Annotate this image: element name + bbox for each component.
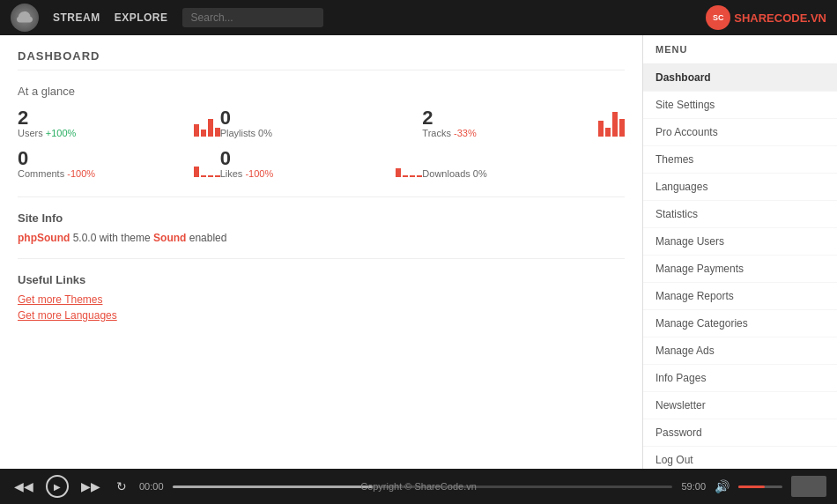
get-more-languages-link[interactable]: Get more Languages	[18, 309, 625, 322]
app-name: phpSound	[18, 232, 70, 244]
explore-nav-link[interactable]: EXPLORE	[115, 11, 168, 24]
useful-links-section: Useful Links Get more Themes Get more La…	[18, 273, 625, 322]
playlists-change: 0%	[258, 128, 272, 138]
sidebar-item-manage-ads[interactable]: Manage Ads	[643, 337, 837, 365]
downloads-label: Downloads 0%	[422, 168, 625, 179]
stream-nav-link[interactable]: STREAM	[53, 11, 100, 24]
stat-playlists: 0 Playlists 0%	[220, 108, 423, 138]
tracks-label: Tracks -33%	[422, 128, 584, 138]
downloads-count	[422, 149, 625, 168]
tracks-chart	[598, 108, 625, 137]
comments-label: Comments -100%	[18, 168, 180, 179]
users-chart	[194, 108, 220, 137]
likes-count: 0	[220, 149, 382, 168]
sidebar-item-manage-payments[interactable]: Manage Payments	[643, 256, 837, 283]
comments-count: 0	[18, 149, 180, 168]
sidebar-item-password[interactable]: Password	[643, 419, 837, 447]
menu-title: MENU	[643, 35, 837, 64]
page-title: DASHBOARD	[18, 49, 625, 70]
brand-name: SHARECODE.VN	[734, 11, 826, 25]
stat-likes: 0 Likes -100%	[220, 149, 423, 179]
users-change: +100%	[46, 128, 77, 138]
users-label: Users +100%	[18, 128, 180, 138]
sidebar-item-site-settings[interactable]: Site Settings	[643, 92, 837, 119]
downloads-change: 0%	[473, 168, 487, 179]
stat-users: 2 Users +100%	[18, 108, 220, 138]
sidebar-item-pro-accounts[interactable]: Pro Accounts	[643, 119, 837, 146]
sidebar: MENU Dashboard Site Settings Pro Account…	[643, 35, 837, 474]
brand-logo-area: SC SHARECODE.VN	[706, 5, 826, 30]
sidebar-item-themes[interactable]: Themes	[643, 146, 837, 174]
sidebar-item-languages[interactable]: Languages	[643, 174, 837, 201]
sidebar-item-manage-categories[interactable]: Manage Categories	[643, 310, 837, 337]
brand-icon: SC	[706, 5, 730, 30]
tracks-change: -33%	[454, 128, 477, 138]
likes-change: -100%	[245, 168, 273, 179]
stat-tracks: 2 Tracks -33%	[422, 108, 625, 138]
logo-icon[interactable]	[11, 4, 39, 32]
get-more-themes-link[interactable]: Get more Themes	[18, 293, 625, 306]
enabled-text: enabled	[186, 232, 226, 244]
playlists-count: 0	[220, 108, 423, 128]
version-text: 5.0.0 with theme	[70, 232, 153, 244]
playlists-label: Playlists 0%	[220, 128, 423, 138]
sidebar-item-info-pages[interactable]: Info Pages	[643, 365, 837, 392]
stat-downloads: Downloads 0%	[422, 149, 625, 179]
sidebar-item-statistics[interactable]: Statistics	[643, 201, 837, 228]
page-layout: DASHBOARD At a glance 2 Users +100%	[0, 35, 837, 474]
site-info-text: phpSound 5.0.0 with theme Sound enabled	[18, 232, 625, 244]
main-content-area: DASHBOARD At a glance 2 Users +100%	[0, 35, 643, 474]
stats-grid: 2 Users +100% 0 Playlists 0% 2	[18, 108, 625, 179]
likes-label: Likes -100%	[220, 168, 382, 179]
search-input[interactable]	[182, 8, 323, 27]
top-navigation: STREAM EXPLORE SC SHARECODE.VN	[0, 0, 837, 35]
comments-chart	[194, 149, 220, 177]
at-a-glance-title: At a glance	[18, 85, 625, 98]
sidebar-item-manage-users[interactable]: Manage Users	[643, 228, 837, 256]
sidebar-item-newsletter[interactable]: Newsletter	[643, 392, 837, 419]
comments-change: -100%	[67, 168, 95, 179]
stat-comments: 0 Comments -100%	[18, 149, 220, 179]
player-bar: ◀◀ ▶ ▶▶ ↻ 00:00 59:00 Copyright © ShareC…	[0, 469, 837, 474]
sidebar-item-manage-reports[interactable]: Manage Reports	[643, 283, 837, 310]
divider-2	[18, 258, 625, 259]
likes-chart	[396, 149, 422, 177]
useful-links-title: Useful Links	[18, 273, 625, 286]
users-count: 2	[18, 108, 180, 128]
divider-1	[18, 196, 625, 197]
tracks-count: 2	[422, 108, 584, 128]
sidebar-item-dashboard[interactable]: Dashboard	[643, 64, 837, 92]
theme-name: Sound	[153, 232, 186, 244]
site-info-title: Site Info	[18, 211, 625, 225]
